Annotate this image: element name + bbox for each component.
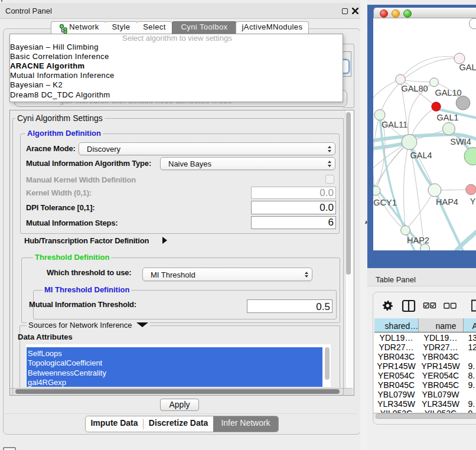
svg-text:GAL11: GAL11 bbox=[382, 120, 407, 129]
svg-text:YM: YM bbox=[470, 197, 476, 206]
svg-text:GAL80: GAL80 bbox=[401, 84, 428, 93]
svg-text:GAL4: GAL4 bbox=[410, 151, 432, 160]
svg-text:SWI4: SWI4 bbox=[450, 137, 471, 146]
svg-text:GAL2: GAL2 bbox=[459, 63, 476, 72]
svg-text:GCY1: GCY1 bbox=[373, 198, 397, 207]
svg-text:HAP4: HAP4 bbox=[436, 197, 458, 207]
svg-text:GAL1: GAL1 bbox=[436, 113, 458, 122]
svg-text:GAL10: GAL10 bbox=[435, 88, 461, 97]
svg-text:HAP2: HAP2 bbox=[407, 236, 429, 245]
